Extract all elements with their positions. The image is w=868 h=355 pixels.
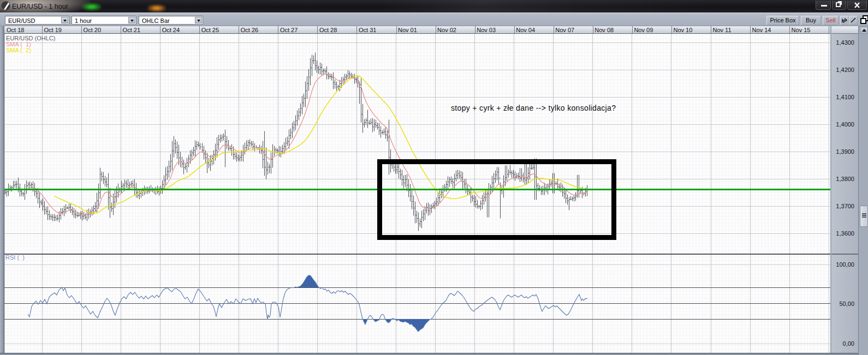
svg-text:RSI ( ): RSI ( )	[5, 254, 25, 261]
svg-text:stopy + cyrk + złe dane --> ty: stopy + cyrk + złe dane --> tylko konsol…	[451, 104, 616, 112]
svg-text:SMA ( 2): SMA ( 2)	[6, 47, 31, 53]
svg-text:EUR/USD (OHLC): EUR/USD (OHLC)	[6, 35, 55, 41]
